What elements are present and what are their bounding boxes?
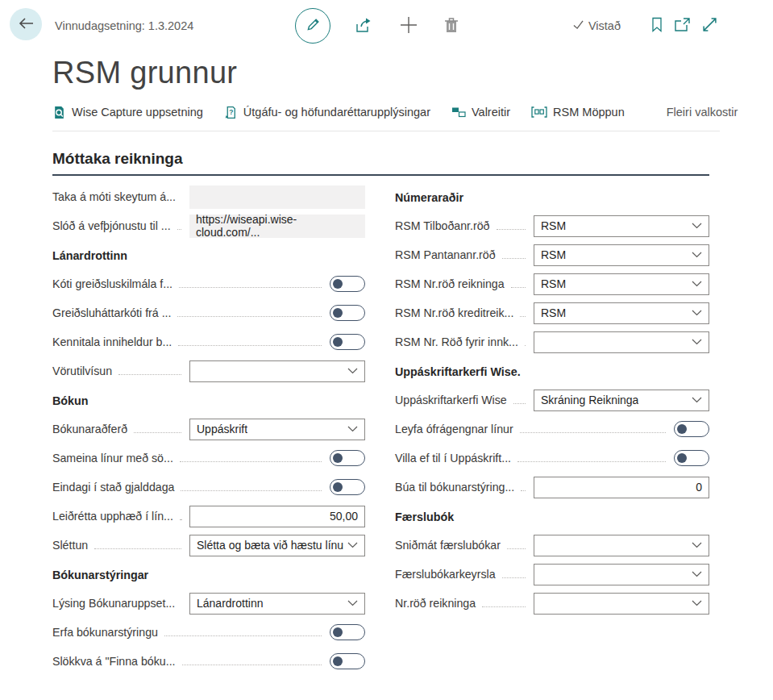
action-wise-capture-uppsetning[interactable]: Wise Capture uppsetning <box>52 106 203 119</box>
toggle-eindagi-sta-gjalddaga[interactable] <box>330 479 365 495</box>
delete-button[interactable] <box>443 15 459 37</box>
popout-icon <box>674 18 691 34</box>
select-b-kunara-fer[interactable]: Uppáskrift <box>189 419 365 440</box>
share-button[interactable] <box>355 17 374 35</box>
saved-status: Vistað <box>572 19 621 32</box>
field-label-area: RSM Nr.röð kreditreik... <box>395 306 534 319</box>
dot-leader <box>517 461 666 462</box>
action-rsm-m-ppun[interactable]: RSM Möppun <box>531 106 625 119</box>
page-action-bar: Wise Capture uppsetning?Útgáfu- og höfun… <box>52 103 720 131</box>
chevron-down-icon <box>347 600 358 606</box>
chevron-down-icon <box>692 223 702 229</box>
group-heading-upp-skriftarkerfi-wise: Uppáskriftarkerfi Wise. <box>395 356 709 385</box>
field-label: Búa til bókunarstýring... <box>395 481 514 494</box>
select-rsm-nr-r-reikninga[interactable]: RSM <box>534 273 709 295</box>
open-in-window-button[interactable] <box>674 18 691 34</box>
dot-leader <box>94 548 181 549</box>
dot-leader <box>177 229 181 230</box>
select-upp-skriftarkerfi-wise[interactable]: Skráning Reikninga <box>534 390 709 411</box>
dot-leader <box>182 665 322 665</box>
action-tg-fu-og-h-fundar-ttaruppl-singar[interactable]: ?Útgáfu- og höfundaréttarupplýsingar <box>224 106 430 119</box>
field-row: Slökkva á "Finna bóku... <box>52 647 365 676</box>
chevron-down-icon <box>347 542 358 548</box>
expand-icon <box>702 17 717 35</box>
top-command-bar: Vinnudagsetning: 1.3.2024 <box>0 0 773 52</box>
field-row: Færslubókarkeyrsla <box>395 560 709 589</box>
dot-leader <box>502 258 526 259</box>
select-sl-ttun[interactable]: Slétta og bæta við hæstu línu <box>189 535 365 556</box>
toggle-leyfa-fr-gengnar-l-nur[interactable] <box>674 421 709 437</box>
toggle-grei-sluh-ttark-ti-fr[interactable] <box>330 305 365 321</box>
chevron-down-icon <box>692 281 702 287</box>
toggle-kennitala-inniheldur-b[interactable] <box>330 334 365 350</box>
fasttab-heading[interactable]: Móttaka reikninga <box>52 149 709 176</box>
toggle-erfa-b-kunarst-ringu[interactable] <box>330 624 365 640</box>
field-label-area: Lýsing Bókunaruppset... <box>52 597 189 610</box>
field-label-area: RSM Nr.röð reikninga <box>395 277 534 290</box>
action-fleiri-valkostir[interactable]: Fleiri valkostir <box>667 106 738 119</box>
field-label: Kennitala inniheldur b... <box>52 335 172 348</box>
select-l-sing-b-kunaruppset[interactable]: Lánardrottinn <box>189 593 365 615</box>
dot-leader <box>179 287 322 288</box>
bookmark-icon <box>651 17 663 35</box>
trash-icon <box>443 15 459 37</box>
action-valreitir[interactable]: Valreitir <box>451 106 510 119</box>
document-question-icon: ? <box>224 106 238 119</box>
fullscreen-button[interactable] <box>702 17 717 35</box>
field-label-area: RSM Tilboðanr.röð <box>395 219 534 232</box>
dot-leader <box>520 432 666 433</box>
select-nr-r-reikninga[interactable] <box>534 593 709 615</box>
select-f-rslub-karkeyrsla[interactable] <box>534 564 709 585</box>
field-label-area: Greiðsluháttarkóti frá ... <box>52 306 330 319</box>
field-label: Slóð á vefþjónustu til ... <box>52 219 171 232</box>
field-label: Kóti greiðsluskilmála f... <box>52 277 172 290</box>
action-label: Wise Capture uppsetning <box>72 106 203 119</box>
select-value: Slétta og bæta við hæstu línu <box>197 539 343 552</box>
select-v-rutilv-sun[interactable] <box>189 360 365 382</box>
form-column-left: Taka á móti skeytum á...Slóð á vefþjónus… <box>52 182 365 676</box>
field-row: Greiðsluháttarkóti frá ... <box>52 298 365 327</box>
page-title: RSM grunnur <box>52 55 773 90</box>
field-label-area: RSM Pantananr.röð <box>395 248 534 261</box>
field-label-area: Uppáskriftarkerfi Wise <box>395 394 534 406</box>
group-heading-b-kun: Bókun <box>52 385 365 415</box>
toggle-knob <box>677 453 687 463</box>
field-label: Eindagi í stað gjalddaga <box>52 481 174 494</box>
dot-leader <box>482 606 526 607</box>
field-label-area: Sléttun <box>52 539 189 552</box>
field-row: RSM Tilboðanr.röðRSM <box>395 211 709 240</box>
field-row: RSM Pantananr.röðRSM <box>395 240 709 269</box>
toggle-knob <box>333 453 343 463</box>
dot-leader <box>181 490 322 491</box>
bookmark-button[interactable] <box>651 17 663 35</box>
field-label-area: Slóð á vefþjónustu til ... <box>52 219 189 232</box>
field-label: RSM Nr. Röð fyrir innk... <box>395 335 518 348</box>
add-button[interactable] <box>398 15 419 38</box>
input-b-a-til-b-kunarst-ring[interactable]: 0 <box>534 477 709 498</box>
select-rsm-tilbo-anr-r[interactable]: RSM <box>534 215 709 237</box>
field-row: Vörutilvísun <box>52 356 365 385</box>
chevron-down-icon <box>692 310 702 316</box>
field-label-area: Erfa bókunarstýringu <box>52 626 330 639</box>
toggle-sameina-l-nur-me-s[interactable] <box>330 450 365 466</box>
input-lei-r-tta-upph-l-n[interactable]: 50,00 <box>189 506 365 527</box>
field-label-area: Færslubókarkeyrsla <box>395 568 534 581</box>
toggle-k-ti-grei-sluskilm-la-f[interactable] <box>330 276 365 292</box>
select-rsm-pantananr-r[interactable]: RSM <box>534 244 709 266</box>
field-row: Uppáskriftarkerfi WiseSkráning Reikninga <box>395 385 709 415</box>
edit-button[interactable] <box>295 8 330 44</box>
select-value: RSM <box>541 306 566 319</box>
select-sni-m-t-f-rslub-kar[interactable] <box>534 535 709 556</box>
mapping-icon <box>531 106 547 118</box>
field-label-area: Vörutilvísun <box>52 365 189 377</box>
select-rsm-nr-r-kreditreik[interactable]: RSM <box>534 302 709 324</box>
field-row: Lýsing Bókunaruppset...Lánardrottinn <box>52 589 365 618</box>
back-button[interactable] <box>10 8 42 40</box>
select-rsm-nr-r-fyrir-innk[interactable] <box>534 331 709 353</box>
toggle-villa-ef-til-upp-skrift[interactable] <box>674 450 709 466</box>
toggle-sl-kkva-finna-b-ku[interactable] <box>330 653 365 669</box>
field-row: Nr.röð reikninga <box>395 589 709 618</box>
field-label: Erfa bókunarstýringu <box>52 626 158 639</box>
form-area: Taka á móti skeytum á...Slóð á vefþjónus… <box>52 182 773 676</box>
field-label: Villa ef til í Uppáskrift... <box>395 452 511 465</box>
